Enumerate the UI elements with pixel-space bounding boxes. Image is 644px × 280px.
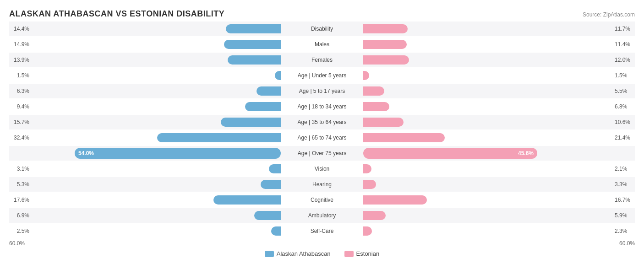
center-label: Hearing	[281, 181, 363, 188]
bar-row: 15.7% Age | 35 to 64 years 10.6%	[9, 115, 635, 129]
bar-right	[363, 55, 409, 65]
center-label: Age | 35 to 64 years	[281, 119, 363, 125]
bar-left	[226, 24, 281, 33]
bar-row: 14.9% Males 11.4%	[9, 37, 635, 52]
bar-right	[363, 24, 408, 33]
bar-left	[269, 164, 281, 173]
alaskan-swatch	[265, 251, 274, 257]
left-value: 6.3%	[9, 88, 32, 94]
left-value: 17.6%	[9, 197, 32, 203]
bar-right	[363, 86, 384, 96]
axis-labels: 60.0% 60.0%	[9, 240, 635, 247]
bar-row: 5.3% Hearing 3.3%	[9, 177, 635, 192]
bar-left	[224, 40, 281, 49]
center-label: Age | Over 75 years	[281, 150, 363, 156]
legend-estonian-label: Estonian	[356, 250, 380, 257]
legend: Alaskan Athabascan Estonian	[9, 250, 635, 257]
right-value: 5.9%	[612, 212, 635, 219]
right-value: 1.5%	[612, 72, 635, 79]
bar-left	[213, 195, 281, 205]
left-value: 5.3%	[9, 181, 32, 188]
bar-right	[363, 71, 369, 80]
left-value: 13.9%	[9, 57, 32, 63]
bar-row: 17.6% Cognitive 16.7%	[9, 193, 635, 207]
bar-left	[228, 55, 281, 65]
center-label: Age | 5 to 17 years	[281, 88, 363, 94]
bar-left	[271, 226, 281, 236]
bar-row: 9.4% Age | 18 to 34 years 6.8%	[9, 99, 635, 114]
bar-right	[363, 40, 407, 49]
bar-left	[221, 118, 281, 127]
axis-right-label: 60.0%	[619, 240, 635, 247]
left-value: 6.9%	[9, 212, 32, 219]
bar-right	[363, 211, 386, 220]
center-label: Males	[281, 41, 363, 48]
center-label: Cognitive	[281, 197, 363, 203]
bar-right	[363, 102, 389, 111]
right-value: 5.5%	[612, 88, 635, 94]
center-label: Females	[281, 57, 363, 63]
bar-row: 54.0% Age | Over 75 years 45.6%	[9, 146, 635, 161]
left-value: 54.0%	[78, 150, 94, 156]
center-label: Ambulatory	[281, 212, 363, 219]
left-value: 2.5%	[9, 228, 32, 234]
bar-row: 6.3% Age | 5 to 17 years 5.5%	[9, 84, 635, 98]
bar-right	[363, 226, 372, 236]
right-value: 21.4%	[612, 135, 635, 141]
bar-right	[363, 133, 445, 142]
left-value: 1.5%	[9, 72, 32, 79]
left-value: 3.1%	[9, 166, 32, 172]
right-value: 16.7%	[612, 197, 635, 203]
bar-left	[275, 71, 281, 80]
bar-row: 13.9% Females 12.0%	[9, 53, 635, 67]
axis-left-label: 60.0%	[9, 240, 25, 247]
right-value: 3.3%	[612, 181, 635, 188]
bar-row: 2.5% Self-Care 2.3%	[9, 224, 635, 238]
chart-container: ALASKAN ATHABASCAN VS ESTONIAN DISABILIT…	[0, 0, 644, 262]
right-value: 11.7%	[612, 26, 635, 32]
bar-right	[363, 180, 376, 189]
right-value: 6.8%	[612, 103, 635, 110]
bar-left	[157, 133, 281, 142]
left-value: 15.7%	[9, 119, 32, 125]
center-label: Disability	[281, 26, 363, 32]
bar-right	[363, 164, 371, 173]
right-value: 11.4%	[612, 41, 635, 48]
left-value: 14.9%	[9, 41, 32, 48]
bar-row: 14.4% Disability 11.7%	[9, 22, 635, 36]
left-value: 32.4%	[9, 135, 32, 141]
bar-left	[261, 180, 281, 189]
bar-row: 32.4% Age | 65 to 74 years 21.4%	[9, 130, 635, 145]
center-label: Age | 65 to 74 years	[281, 135, 363, 141]
center-label: Self-Care	[281, 228, 363, 234]
left-value: 14.4%	[9, 26, 32, 32]
bar-right	[363, 118, 404, 127]
right-value: 2.3%	[612, 228, 635, 234]
left-value: 9.4%	[9, 103, 32, 110]
bars-container: 14.4% Disability 11.7%	[9, 22, 635, 238]
chart-content: 14.4% Disability 11.7%	[9, 22, 635, 257]
bar-left	[257, 86, 281, 96]
bar-right	[363, 195, 427, 205]
right-value: 45.6%	[518, 150, 534, 156]
bar-row: 1.5% Age | Under 5 years 1.5%	[9, 68, 635, 83]
right-value: 2.1%	[612, 166, 635, 172]
bar-left	[245, 102, 281, 111]
center-label: Age | 18 to 34 years	[281, 103, 363, 110]
bar-row: 6.9% Ambulatory 5.9%	[9, 208, 635, 223]
bar-left	[254, 211, 281, 220]
center-label: Age | Under 5 years	[281, 72, 363, 79]
right-value: 12.0%	[612, 57, 635, 63]
legend-item-alaskan: Alaskan Athabascan	[265, 250, 331, 257]
estonian-swatch	[344, 251, 354, 257]
right-value: 10.6%	[612, 119, 635, 125]
center-label: Vision	[281, 166, 363, 172]
bar-row: 3.1% Vision 2.1%	[9, 162, 635, 176]
legend-alaskan-label: Alaskan Athabascan	[277, 250, 331, 257]
legend-item-estonian: Estonian	[344, 250, 380, 257]
